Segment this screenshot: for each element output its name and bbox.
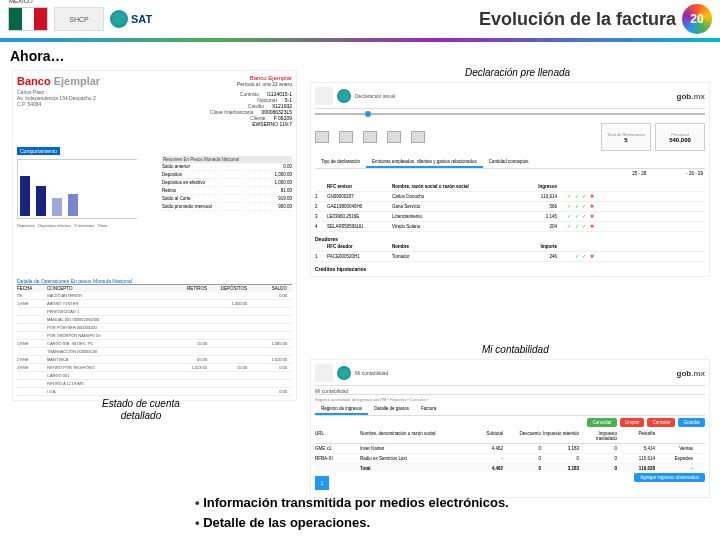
declaracion-panel: Declaración anual gob.mx Total de Retenc… xyxy=(310,82,710,277)
shcp-logo: SHCP xyxy=(54,7,104,31)
info-box: Pre-anual540,000 xyxy=(655,123,705,151)
actions: Consultar Limpiar Cancelar Guardar xyxy=(315,418,705,427)
gov-header2: Mi contabilidad gob.mx xyxy=(315,364,705,386)
detalle-cols: FECHACONCEPTORETIROSDEPÓSITOSSALDO xyxy=(17,285,292,292)
cont-header: URL Nombre, denominación o razón social … xyxy=(315,429,705,444)
cancelar-button[interactable]: Cancelar xyxy=(647,418,675,427)
shcp-mini-icon xyxy=(315,364,333,382)
table-row: 3 ENERETIRO POR TELEFONO1,023.6015.000.0… xyxy=(17,364,292,372)
decl-header2: RFC deudor Nombre Importe xyxy=(315,242,705,252)
tab: Cantidad conceptos xyxy=(483,157,535,168)
sat-sphere-icon xyxy=(110,10,128,28)
table-row: RETIRO A 12 DVMS xyxy=(17,380,292,388)
form-icon xyxy=(387,131,401,143)
tab-selected: Registro de ingresos xyxy=(315,404,368,415)
detalle-head: Detalle de Operaciones En pesos Moneda N… xyxy=(17,278,292,285)
decl-table: RFC emisor Nombre, razón social o razón … xyxy=(315,182,705,232)
caption-estado: Estado de cuentadetallado xyxy=(102,398,180,422)
detalle-rows: OKSALDO ANTERIOR0.001 ENEABONO Y/INTER1,… xyxy=(17,292,292,396)
gob-logo: gob.mx xyxy=(677,369,705,378)
ahora-heading: Ahora… xyxy=(0,42,720,70)
logo-group: SHCP SAT xyxy=(8,7,180,31)
sat-logo: SAT xyxy=(110,7,180,31)
pager[interactable]: 1 xyxy=(315,476,329,490)
table-row: 4SELAR050506UUVirado Solano204✓ ✓ ✓✖ xyxy=(315,222,705,232)
comport-label: Comportamiento xyxy=(17,147,60,155)
table-row: CARGO 001 xyxy=(17,372,292,380)
caption-declaracion: Declaración pre llenada xyxy=(465,67,570,78)
gob-logo: gob.mx xyxy=(677,92,705,101)
chart-legend: Depósitos Depósitos efectivo X intereses… xyxy=(17,223,292,228)
table-row: 3LE03960.2516ELicenciamiento1,145✓ ✓ ✓✖ xyxy=(315,212,705,222)
decl-title: Declaración anual xyxy=(355,93,673,99)
bar-chart xyxy=(17,159,137,219)
nav-dot-icon xyxy=(365,111,371,117)
slide-title: Evolución de la factura xyxy=(180,9,676,30)
table-row: Total4,46203,1830116,028- xyxy=(315,464,705,473)
bank-statement: Banco Ejemplar Carlos Páez Av. Independe… xyxy=(12,70,297,401)
cont-tabs: Registro de ingresos Detalle de gastos F… xyxy=(315,404,705,416)
table-row: 2 ENEMANT MCA65.001,020.00 xyxy=(17,356,292,364)
bullets: Información transmitida por medios elect… xyxy=(195,493,509,532)
table-row: RFBA-XIRadio ex Servicios Lext-000110,61… xyxy=(315,454,705,464)
sat-mini-icon xyxy=(337,89,351,103)
cont-heading: Mi contabilidad xyxy=(315,388,705,395)
sat-text: SAT xyxy=(131,13,152,25)
table-row: POR TMORPOR NANSFO 59 xyxy=(17,332,292,340)
table-row: POR POBY9EH 000003200 xyxy=(17,324,292,332)
gov-header: Declaración anual gob.mx xyxy=(315,87,705,109)
form-icon xyxy=(363,131,377,143)
consultar-button[interactable]: Consultar xyxy=(587,418,616,427)
bullet-2: Detalle de las operaciones. xyxy=(195,513,509,533)
table-row: 1GN09000207Carlos Donocho110,614✓ ✓ ✓✖ xyxy=(315,192,705,202)
table-row: 2GAE19800040H0Gana Servicio566✓ ✓ ✓✖ xyxy=(315,202,705,212)
info-box: Total de Retenciones5 xyxy=(601,123,651,151)
table-row: MANUAL 001 000002090000 xyxy=(17,316,292,324)
table-row: 1 ENEABONO Y/INTER1,000.00 xyxy=(17,300,292,308)
guardar-button[interactable]: Guardar xyxy=(678,418,705,427)
caption-contabilidad: Mi contabilidad xyxy=(482,344,549,355)
table-row: 1 ENECARGO IDE. 98 DEC. PC15.001,085.00 xyxy=(17,340,292,348)
bar-2 xyxy=(36,186,46,216)
icon-row: Total de Retenciones5 Pre-anual540,000 xyxy=(315,119,705,155)
form-icon xyxy=(315,131,329,143)
table-row: I.V.A.0.00 xyxy=(17,388,292,396)
content-area: Banco Ejemplar Carlos Páez Av. Independe… xyxy=(0,70,720,500)
anniversary-icon: 20 xyxy=(682,4,712,34)
tab: Tipo de declaración xyxy=(315,157,366,168)
table-row: OKSALDO ANTERIOR0.00 xyxy=(17,292,292,300)
nav-steps xyxy=(315,113,705,115)
resumen-box: Resumen En Pesos Moneda Nacional Saldo a… xyxy=(162,156,292,211)
cont-title: Mi contabilidad xyxy=(355,370,673,376)
bar-4 xyxy=(68,194,78,216)
limpiar-button[interactable]: Limpiar xyxy=(620,418,645,427)
agregar-button[interactable]: Agregar ingresos observados xyxy=(634,473,705,482)
table-row: 1PACE000520H1Tomador246✓ ✓✖ xyxy=(315,252,705,262)
resumen-head: Resumen En Pesos Moneda Nacional xyxy=(162,156,292,163)
sat-mini-icon xyxy=(337,366,351,380)
bullet-1: Información transmitida por medios elect… xyxy=(195,493,509,513)
bank-logo: Banco Ejemplar xyxy=(17,75,100,87)
contabilidad-panel: Mi contabilidad gob.mx Mi contabilidad R… xyxy=(310,359,710,498)
form-icon xyxy=(339,131,353,143)
tab: Factura xyxy=(415,404,442,415)
mexico-logo-icon xyxy=(8,7,48,31)
form-icon xyxy=(411,131,425,143)
shcp-mini-icon xyxy=(315,87,333,105)
tab: Detalle de gastos xyxy=(368,404,415,415)
bar-1 xyxy=(20,176,30,216)
table-row: TRANSACCIÓN 000003240 xyxy=(17,348,292,356)
slide-header: SHCP SAT Evolución de la factura 20 xyxy=(0,0,720,42)
sec-creditos: Créditos hipotecarios xyxy=(315,266,705,272)
decl-header: RFC emisor Nombre, razón social o razón … xyxy=(315,182,705,192)
table-row: PERIODICIDAD 1 xyxy=(17,308,292,316)
breadcrumb: Registro acumulado de ingresos por PM • … xyxy=(315,397,705,402)
table-row: GME x1Inver Kainar4,46203,18305,414Venta… xyxy=(315,444,705,454)
tab-selected: Emisoras empleados, clientes y gastos re… xyxy=(366,157,483,168)
bar-3 xyxy=(52,198,62,216)
tab-row: Tipo de declaración Emisoras empleados, … xyxy=(315,157,705,169)
summary-pair: 25 - 28 - 26 - 29 xyxy=(315,169,705,178)
